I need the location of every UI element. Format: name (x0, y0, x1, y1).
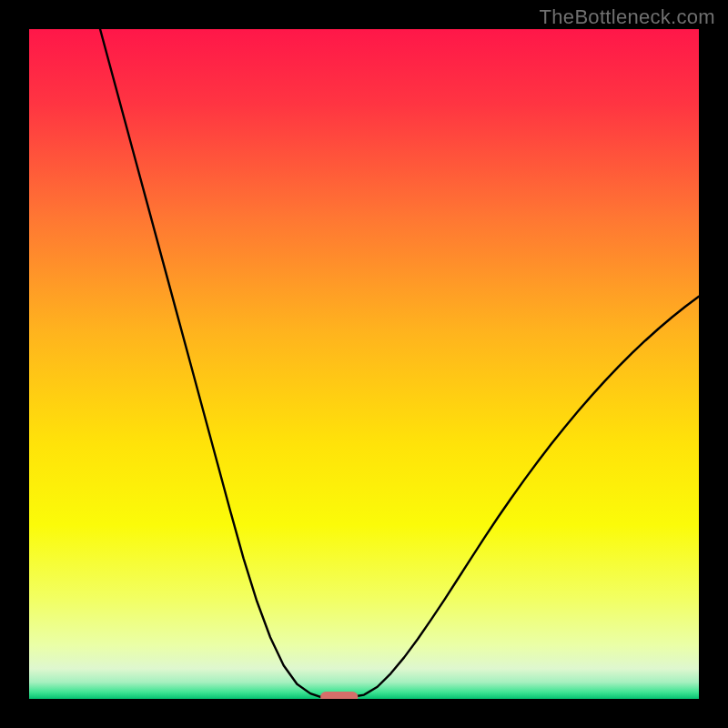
watermark-text: TheBottleneck.com (540, 5, 715, 29)
gradient-background (29, 29, 699, 699)
chart-frame: TheBottleneck.com (0, 0, 728, 728)
plot-svg (29, 29, 699, 699)
marker-group (320, 692, 358, 699)
bottom-highlight (320, 692, 358, 699)
plot-area (29, 29, 699, 699)
